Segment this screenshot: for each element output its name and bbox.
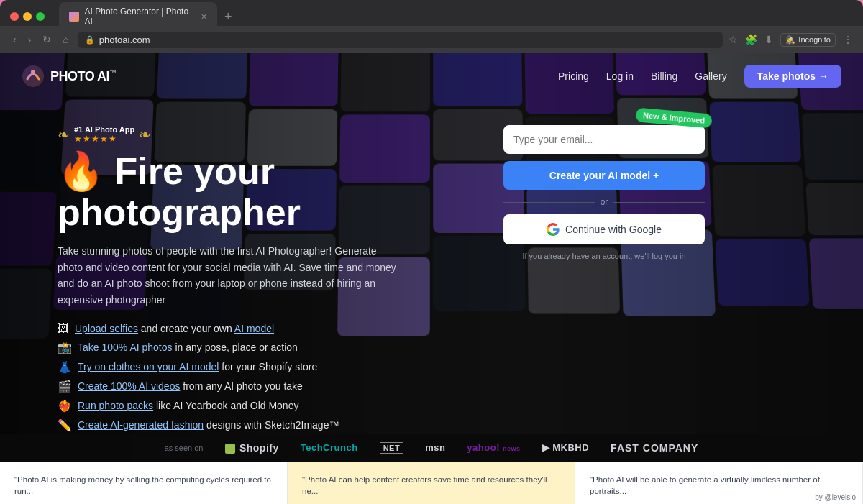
ai-fashion-link[interactable]: Create AI-generated fashion	[78, 419, 204, 431]
traffic-lights	[10, 12, 45, 21]
feature-text: Upload selfies and create your own AI mo…	[75, 323, 274, 334]
email-input[interactable]	[503, 125, 705, 154]
feature-item: 👗 Try on clothes on your AI model for yo…	[58, 360, 460, 374]
svg-point-0	[22, 65, 44, 87]
star-rating: ★★★★★	[74, 134, 134, 144]
hero-subtitle: Take stunning photos of people with the …	[58, 243, 403, 308]
divider: or	[503, 197, 705, 207]
feature-text: Run photo packs like AI Yearbook and Old…	[78, 400, 298, 411]
feature-emoji: ✏️	[58, 418, 72, 432]
award-text: #1 AI Photo App	[74, 125, 134, 134]
testimonial-text-1: "Photo AI is making money by selling the…	[14, 474, 273, 497]
logo-icon	[22, 65, 45, 88]
logo-area: PHOTO AI™	[22, 65, 117, 88]
hero-left: ❧ #1 AI Photo App ★★★★★ ❧ 🔥 Fire your ph…	[58, 118, 460, 432]
signup-form: Create your AI model + or Continue with …	[503, 125, 705, 260]
upload-selfies-link[interactable]: Upload selfies	[75, 323, 138, 334]
site-content: PHOTO AI™ Pricing Log in Billing Gallery…	[0, 53, 863, 504]
extensions-icon[interactable]: 🧩	[745, 34, 757, 45]
msn-logo: msn	[425, 442, 445, 453]
bookmark-icon[interactable]: ☆	[729, 34, 738, 45]
address-bar[interactable]: 🔒 photoai.com	[78, 32, 723, 48]
ai-photos-link[interactable]: Take 100% AI photos	[78, 342, 173, 353]
hero-title: 🔥 Fire your photographer	[58, 151, 460, 233]
svg-point-1	[31, 70, 35, 74]
form-hint: If you already have an account, we'll lo…	[503, 252, 705, 260]
toolbar-actions: ☆ 🧩 ⬇ 🕵 Incognito ⋮	[729, 33, 853, 47]
forward-button[interactable]: ›	[25, 32, 35, 47]
browser-titlebar: AI Photo Generator | Photo AI ✕ +	[0, 0, 863, 26]
testimonial-card-2: "Photo AI can help content creators save…	[288, 462, 575, 504]
downloads-icon[interactable]: ⬇	[764, 34, 773, 45]
create-model-button[interactable]: Create your AI model +	[503, 161, 705, 190]
reload-button[interactable]: ↻	[40, 32, 54, 47]
home-button[interactable]: ⌂	[60, 32, 71, 47]
feature-item: 🎬 Create 100% AI videos from any AI phot…	[58, 380, 460, 393]
active-tab[interactable]: AI Photo Generator | Photo AI ✕	[59, 2, 217, 31]
as-seen-on-text: as seen on	[165, 444, 204, 452]
feature-text: Create 100% AI videos from any AI photo …	[78, 380, 303, 392]
feature-text: Try on clothes on your AI model for your…	[78, 361, 317, 372]
url-display: photoai.com	[99, 35, 150, 45]
levelsio-badge: by @levelsio	[815, 493, 856, 501]
shopify-logo: Shopify	[225, 442, 279, 454]
close-button[interactable]	[10, 12, 19, 21]
tab-bar: AI Photo Generator | Photo AI ✕ +	[59, 2, 853, 31]
net-logo: NET	[380, 442, 404, 454]
hero-right: New & Improved Create your AI model + or	[503, 118, 705, 260]
photo-packs-link[interactable]: Run photo packs	[78, 400, 153, 411]
incognito-icon: 🕵	[785, 35, 795, 45]
billing-link[interactable]: Billing	[651, 70, 677, 82]
award-badge: ❧ #1 AI Photo App ★★★★★ ❧	[58, 125, 460, 144]
google-icon	[547, 223, 560, 236]
incognito-badge: 🕵 Incognito	[780, 33, 836, 47]
ai-model-link[interactable]: AI model	[234, 323, 274, 334]
lock-icon: 🔒	[85, 35, 95, 45]
fullscreen-button[interactable]	[36, 12, 45, 21]
testimonial-text-3: "Photo AI will be able to generate a vir…	[590, 474, 848, 497]
testimonial-card-1: "Photo AI is making money by selling the…	[0, 462, 288, 504]
feature-emoji: 👗	[58, 360, 72, 374]
feature-text: Create AI-generated fashion designs with…	[78, 419, 339, 431]
yahoo-logo: yahoo! news	[467, 442, 520, 453]
google-signin-button[interactable]: Continue with Google	[503, 214, 705, 244]
minimize-button[interactable]	[23, 12, 32, 21]
login-link[interactable]: Log in	[606, 70, 634, 82]
back-button[interactable]: ‹	[10, 32, 19, 47]
logo-text: PHOTO AI™	[50, 69, 117, 84]
feature-emoji: 🎬	[58, 380, 72, 393]
take-photos-button[interactable]: Take photos →	[744, 65, 841, 88]
mkbhd-logo: ▶ MKBHD	[542, 442, 590, 453]
new-tab-button[interactable]: +	[220, 9, 237, 24]
divider-line-left	[503, 202, 595, 203]
feature-item: ❤️‍🔥 Run photo packs like AI Yearbook an…	[58, 399, 460, 413]
nav-links: Pricing Log in Billing Gallery Take phot…	[558, 65, 841, 88]
feature-item: ✏️ Create AI-generated fashion designs w…	[58, 418, 460, 432]
gallery-link[interactable]: Gallery	[695, 70, 726, 82]
feature-item: 📸 Take 100% AI photos in any pose, place…	[58, 341, 460, 354]
browser-chrome: AI Photo Generator | Photo AI ✕ + ‹ › ↻ …	[0, 0, 863, 53]
try-clothes-link[interactable]: Try on clothes on your AI model	[78, 361, 219, 372]
feature-emoji: 🖼	[58, 322, 69, 335]
feature-item: 🖼 Upload selfies and create your own AI …	[58, 322, 460, 335]
testimonial-text-2: "Photo AI can help content creators save…	[302, 474, 560, 497]
divider-text: or	[601, 197, 608, 207]
fastcompany-logo: FAST COMPANY	[611, 442, 698, 454]
divider-line-right	[613, 202, 705, 203]
pricing-link[interactable]: Pricing	[558, 70, 589, 82]
tab-favicon	[69, 12, 79, 22]
incognito-label: Incognito	[798, 35, 831, 44]
laurel-right-icon: ❧	[139, 126, 151, 143]
feature-text: Take 100% AI photos in any pose, place o…	[78, 342, 298, 353]
tab-close-icon[interactable]: ✕	[201, 12, 207, 22]
menu-icon[interactable]: ⋮	[843, 34, 853, 45]
press-section: as seen on Shopify TechCrunch NET msn ya…	[0, 434, 863, 462]
laurel-left-icon: ❧	[58, 126, 70, 143]
feature-emoji: 📸	[58, 341, 72, 354]
site-nav: PHOTO AI™ Pricing Log in Billing Gallery…	[0, 53, 863, 99]
feature-emoji: ❤️‍🔥	[58, 399, 72, 413]
svg-rect-2	[225, 444, 235, 454]
testimonials-section: "Photo AI is making money by selling the…	[0, 462, 863, 504]
ai-videos-link[interactable]: Create 100% AI videos	[78, 380, 180, 392]
tab-title: AI Photo Generator | Photo AI	[85, 6, 195, 27]
